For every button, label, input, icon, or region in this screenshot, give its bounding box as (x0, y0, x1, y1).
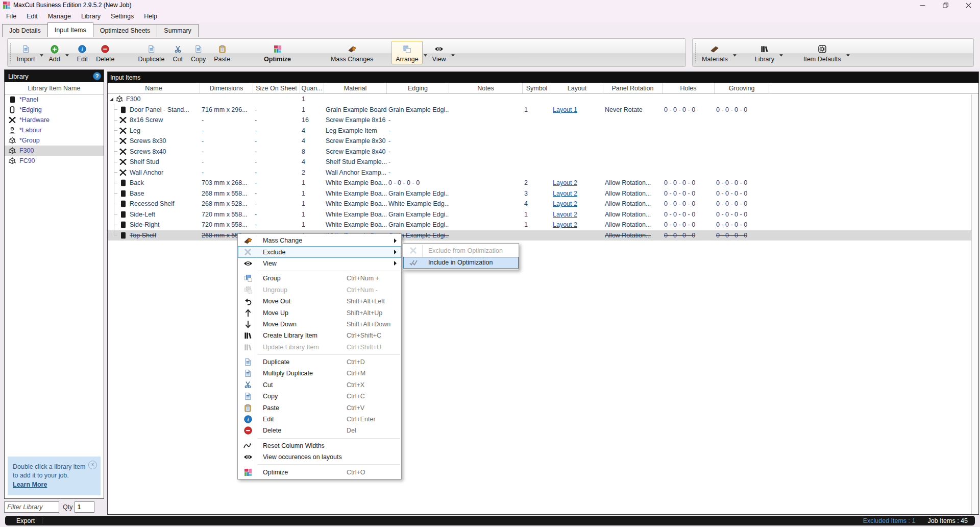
menu-item-duplicate[interactable]: DuplicateCtrl+D (238, 356, 401, 368)
menu-file[interactable]: File (1, 11, 21, 21)
menu-item-group[interactable]: GroupCtrl+Num + (238, 273, 401, 284)
library-item-panel[interactable]: *Panel (5, 94, 104, 105)
menu-library[interactable]: Library (76, 11, 106, 21)
menu-item-multiply-duplicate[interactable]: Multiply DuplicateCtrl+M (238, 368, 401, 379)
materials-button[interactable]: Materials (698, 41, 732, 64)
library-button[interactable]: Library (751, 41, 778, 64)
table-row[interactable]: Leg--4Leg Example Item- (108, 126, 978, 136)
import-dropdown-icon[interactable] (39, 41, 44, 64)
add-button[interactable]: Add (44, 41, 64, 64)
tip-close-icon[interactable]: x (88, 461, 97, 469)
layout-link[interactable]: Layout 2 (553, 221, 577, 228)
tab-job-details[interactable]: Job Details (2, 24, 48, 37)
library-item-edging[interactable]: *Edging (5, 105, 104, 115)
menu-item-delete[interactable]: DeleteDel (238, 425, 401, 436)
menu-help[interactable]: Help (139, 11, 162, 21)
column-header-notes[interactable]: Notes (449, 83, 523, 93)
library-item-f300[interactable]: F300 (5, 146, 104, 156)
menu-settings[interactable]: Settings (106, 11, 139, 21)
copy-button[interactable]: Copy (187, 41, 210, 64)
menu-manage[interactable]: Manage (43, 11, 76, 21)
menu-item-mass-change[interactable]: Mass Change (238, 235, 401, 246)
menu-item-paste[interactable]: PasteCtrl+V (238, 402, 401, 413)
layout-link[interactable]: Layout 2 (553, 179, 577, 186)
layout-link[interactable]: Layout 1 (553, 106, 577, 113)
column-header-material[interactable]: Material (324, 83, 387, 93)
table-row[interactable]: F3001 (108, 94, 978, 105)
column-header-quan[interactable]: Quan... (300, 83, 324, 93)
mass-changes-button[interactable]: Mass Changes (327, 41, 377, 64)
materials-dropdown-icon[interactable] (732, 41, 738, 64)
menu-item-copy[interactable]: CopyCtrl+C (238, 391, 401, 402)
menu-item-move-out[interactable]: Move OutShift+Alt+Left (238, 296, 401, 307)
column-header-dimensions[interactable]: Dimensions (200, 83, 253, 93)
table-row[interactable]: Door Panel - Stand...716 mm x 296...-1Gr… (108, 105, 978, 115)
library-item-hardware[interactable]: *Hardware (5, 115, 104, 125)
library-column-header[interactable]: Library Item Name (5, 82, 104, 94)
column-header-size-on-sheet[interactable]: Size On Sheet (253, 83, 300, 93)
table-row[interactable]: Screws 8x40--8Screw Example 8x40- (108, 147, 978, 157)
duplicate-button[interactable]: Duplicate (134, 41, 168, 64)
column-header-name[interactable]: Name (108, 83, 200, 93)
layout-link[interactable]: Layout 2 (553, 190, 577, 197)
tab-optimized-sheets[interactable]: Optimized Sheets (93, 24, 158, 37)
menu-item-reset-column-widths[interactable]: Reset Column Widths (238, 440, 401, 451)
column-header-panel-rotation[interactable]: Panel Rotation (603, 83, 663, 93)
excluded-items-status[interactable]: Excluded Items : 1 (863, 517, 916, 524)
menu-edit[interactable]: Edit (21, 11, 43, 21)
arrange-button[interactable]: Arrange (391, 41, 422, 64)
column-header-grooving[interactable]: Grooving (715, 83, 769, 93)
filter-library-input[interactable] (4, 501, 59, 513)
column-header-edging[interactable]: Edging (387, 83, 449, 93)
menu-item-view[interactable]: View (238, 258, 401, 269)
library-item-labour[interactable]: *Labour (5, 125, 104, 135)
menu-item-edit[interactable]: iEditCtrl+Enter (238, 414, 401, 425)
table-row[interactable]: Screws 8x30--4Screw Example 8x30- (108, 136, 978, 147)
menu-item-exclude[interactable]: Exclude (238, 246, 401, 257)
column-header-symbol[interactable]: Symbol (523, 83, 551, 93)
column-header-layout[interactable]: Layout (551, 83, 603, 93)
minimize-icon[interactable] (911, 0, 934, 10)
view-button[interactable]: View (428, 41, 450, 64)
vertical-scrollbar[interactable] (971, 94, 978, 514)
qty-input[interactable] (75, 501, 94, 513)
paste-button[interactable]: Paste (210, 41, 234, 64)
table-row[interactable]: Base268 mm x 558...-1White Example Boa..… (108, 188, 978, 199)
optimize-button[interactable]: Optimize (260, 41, 295, 64)
menu-item-cut[interactable]: CutCtrl+X (238, 379, 401, 391)
delete-button[interactable]: Delete (92, 41, 118, 64)
table-row[interactable]: Back703 mm x 268...-1White Example Boa..… (108, 178, 978, 188)
table-row[interactable]: Side-Left720 mm x 558...-1White Example … (108, 209, 978, 220)
layout-link[interactable]: Layout 2 (553, 211, 577, 218)
menu-item-view-occurences-on-layouts[interactable]: View occurences on layouts (238, 451, 401, 463)
restore-icon[interactable] (934, 0, 957, 10)
library-item-group[interactable]: *Group (5, 135, 104, 146)
cut-button[interactable]: Cut (169, 41, 187, 64)
expander-icon[interactable] (109, 97, 114, 102)
table-row[interactable]: Shelf Stud--4Shelf Stud Example...- (108, 157, 978, 167)
view-dropdown-icon[interactable] (450, 41, 456, 64)
tab-input-items[interactable]: Input Items (47, 22, 93, 37)
import-button[interactable]: Import (13, 41, 39, 64)
layout-link[interactable]: Layout 2 (553, 200, 577, 207)
item-defaults-button[interactable]: Item Defaults (799, 41, 845, 64)
close-icon[interactable] (957, 0, 980, 10)
library-dropdown-icon[interactable] (778, 41, 784, 64)
library-item-fc90[interactable]: FC90 (5, 156, 104, 166)
menu-item-create-library-item[interactable]: Create Library ItemCtrl+Shift+C (238, 330, 401, 341)
tab-summary[interactable]: Summary (157, 24, 198, 37)
menu-item-move-up[interactable]: Move UpShift+Alt+Up (238, 307, 401, 318)
submenu-item-include-in-optimization[interactable]: Include in Optimization (403, 257, 519, 269)
column-header-holes[interactable]: Holes (663, 83, 715, 93)
table-row[interactable]: Wall Anchor--2Wall Anchor Examp...- (108, 167, 978, 178)
table-row[interactable]: Recessed Shelf268 mm x 528...-1White Exa… (108, 199, 978, 209)
help-icon[interactable]: ? (93, 72, 101, 80)
menu-item-optimize[interactable]: OptimizeCtrl+O (238, 466, 401, 477)
add-dropdown-icon[interactable] (64, 41, 70, 64)
table-row[interactable]: Side-Right720 mm x 558...-1White Example… (108, 220, 978, 230)
edit-button[interactable]: iEdit (73, 41, 92, 64)
table-row[interactable]: 8x16 Screw--16Screw Example 8x16- (108, 115, 978, 126)
arrange-dropdown-icon[interactable] (423, 41, 428, 64)
menu-item-move-down[interactable]: Move DownShift+Alt+Down (238, 319, 401, 330)
item-defaults-dropdown-icon[interactable] (845, 41, 851, 64)
